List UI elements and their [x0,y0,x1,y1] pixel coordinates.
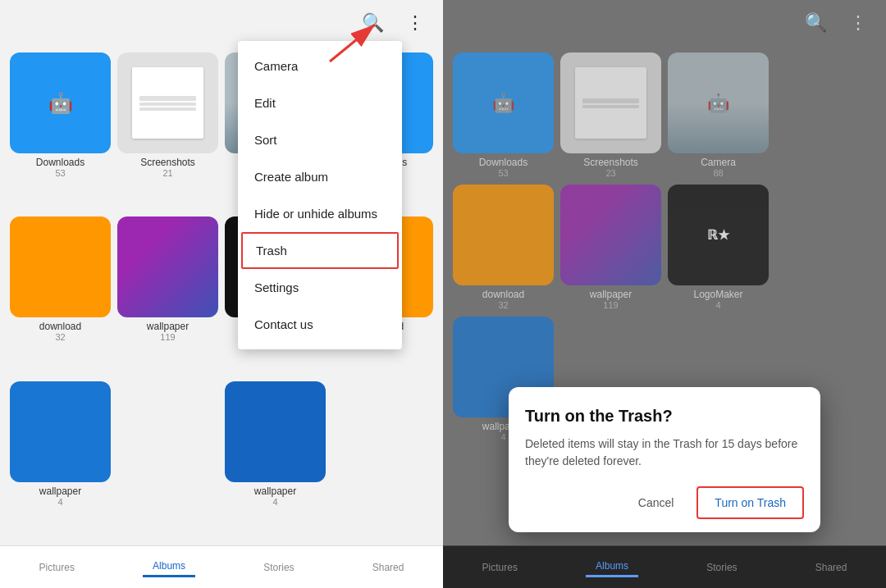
album-wallpaper-purple[interactable]: wallpaper 119 [117,217,218,374]
left-panel: 🔍 ⋮ 🤖 Downloads 53 [0,0,443,588]
bottom-nav: Pictures Albums Stories Shared [0,545,443,588]
menu-icon[interactable]: ⋮ [400,8,430,38]
menu-item-sort[interactable]: Sort [238,121,402,158]
album-download-orange[interactable]: download 32 [10,217,111,374]
right-search-icon[interactable]: 🔍 [801,8,830,38]
nav-pictures[interactable]: Pictures [30,558,84,577]
right-album-download[interactable]: download 32 [453,185,554,310]
dialog-body: Deleted items will stay in the Trash for… [525,435,804,470]
menu-item-create-album[interactable]: Create album [238,158,402,195]
album-wallpaper-blue[interactable]: wallpaper 4 [10,381,111,539]
right-album-downloads[interactable]: 🤖 Downloads 53 [453,52,554,178]
menu-item-contact[interactable]: Contact us [238,306,402,343]
menu-item-hide-albums[interactable]: Hide or unhide albums [238,195,402,232]
right-album-screenshots[interactable]: Screenshots 23 [560,52,661,178]
dialog-title: Turn on the Trash? [525,407,804,426]
right-album-empty [775,52,876,178]
right-nav-shared[interactable]: Shared [806,558,857,577]
album-downloads[interactable]: 🤖 Downloads 53 [10,52,111,210]
nav-albums[interactable]: Albums [143,557,195,577]
right-bottom-nav: Pictures Albums Stories Shared [443,545,886,588]
nav-shared[interactable]: Shared [363,558,414,577]
menu-item-trash[interactable]: Trash [241,232,399,269]
turn-on-trash-button[interactable]: Turn on Trash [696,486,804,519]
right-album-logomaker[interactable]: ℝ★ LogoMaker 4 [668,185,769,310]
album-empty2 [332,381,433,539]
album-wallpaper2[interactable]: wallpaper 4 [225,381,326,539]
right-menu-icon[interactable]: ⋮ [843,8,873,38]
svg-line-1 [330,25,375,62]
right-nav-pictures[interactable]: Pictures [473,558,527,577]
dialog-actions: Cancel Turn on Trash [525,486,804,519]
right-album-wallpaper[interactable]: wallpaper 119 [560,185,661,310]
album-screenshots[interactable]: Screenshots 21 [117,52,218,210]
right-nav-albums[interactable]: Albums [586,557,638,577]
album-empty1 [117,381,218,539]
trash-dialog: Turn on the Trash? Deleted items will st… [509,387,820,532]
nav-stories[interactable]: Stories [253,558,304,577]
right-panel: 🔍 ⋮ 🤖 Downloads 53 Screenshots 23 🤖 [443,0,886,588]
menu-item-edit[interactable]: Edit [238,84,402,121]
right-album-empty2 [775,185,876,310]
right-album-camera[interactable]: 🤖 Camera 88 [668,52,769,178]
menu-item-settings[interactable]: Settings [238,269,402,306]
dropdown-menu: Camera Edit Sort Create album Hide or un… [238,41,402,349]
cancel-button[interactable]: Cancel [622,486,691,519]
right-nav-stories[interactable]: Stories [696,558,747,577]
right-top-bar: 🔍 ⋮ [443,0,886,46]
dialog-backdrop: Turn on the Trash? Deleted items will st… [443,374,886,545]
